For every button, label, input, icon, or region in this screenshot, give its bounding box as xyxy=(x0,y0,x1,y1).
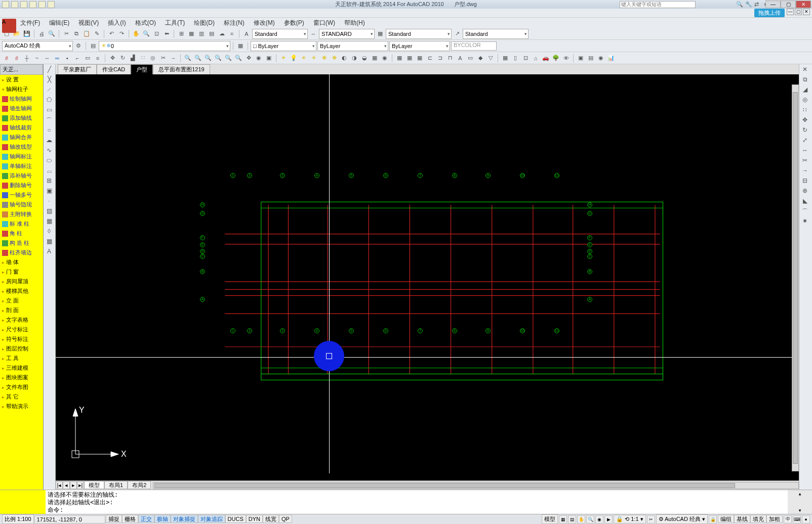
undo-arrow-icon[interactable]: ↶ xyxy=(107,29,116,38)
rotate-icon[interactable]: ↻ xyxy=(118,54,127,63)
panel-title[interactable]: 天正... xyxy=(0,64,43,75)
status-toggle-对象捕捉[interactable]: 对象捕捉 xyxy=(171,515,198,523)
spline-icon[interactable]: ∿ xyxy=(45,146,54,155)
grid-icon[interactable]: # xyxy=(2,54,11,63)
markup-icon[interactable]: ☁ xyxy=(217,29,226,38)
print-icon[interactable] xyxy=(48,1,55,8)
workspace-settings-icon[interactable]: ⚙ xyxy=(74,41,83,51)
bulb-icon[interactable]: 💡 xyxy=(289,54,298,63)
layout-next-icon[interactable]: ▸ xyxy=(70,482,77,489)
doc-minimize-button[interactable]: — xyxy=(787,9,794,15)
dim-style-icon[interactable]: ↔ xyxy=(309,29,318,38)
section-icon[interactable]: ⊡ xyxy=(521,54,530,63)
sun2-icon[interactable]: ☀ xyxy=(299,54,308,63)
chamfer-icon[interactable]: ◣ xyxy=(800,197,809,206)
mleader-style-icon[interactable]: ↗ xyxy=(453,29,462,38)
axis-tool-10[interactable]: 一轴多号 xyxy=(0,190,43,200)
axis-tool-5[interactable]: 轴改线型 xyxy=(0,142,43,152)
3d-icon[interactable]: ▣ xyxy=(264,54,273,63)
xline-icon[interactable]: ╳ xyxy=(45,75,54,84)
align3-icon[interactable]: ⊓ xyxy=(445,54,455,63)
save-icon[interactable] xyxy=(20,1,27,8)
keyboard-icon[interactable]: ⌨ xyxy=(793,515,801,523)
break-icon[interactable]: ⊟ xyxy=(800,177,809,186)
line-icon[interactable]: ╱ xyxy=(45,65,54,74)
doc-tab-3[interactable]: 总平面布置图1219 xyxy=(153,64,210,74)
fillet-icon[interactable]: ⌒ xyxy=(800,207,809,216)
ime-icon[interactable]: 中 xyxy=(784,515,792,523)
light-icon[interactable]: ◉ xyxy=(380,54,389,63)
render1-icon[interactable]: ◐ xyxy=(340,54,349,63)
panel-category-14[interactable]: 其 它 xyxy=(0,392,43,402)
menu-insert[interactable]: 插入(I) xyxy=(108,19,126,27)
menu-tools[interactable]: 工具(T) xyxy=(165,19,185,27)
menu-parametric[interactable]: 参数(P) xyxy=(284,19,304,27)
axis-tool-9[interactable]: 删除轴号 xyxy=(0,181,43,190)
menu-file[interactable]: 文件(F) xyxy=(20,19,40,27)
menu-dimension[interactable]: 标注(N) xyxy=(224,19,245,27)
layout-tab-1[interactable]: 布局1 xyxy=(104,481,128,489)
upload-button[interactable]: 拖拽上传 xyxy=(754,9,785,17)
table1-icon[interactable]: ▦ xyxy=(395,54,404,63)
sun3-icon[interactable]: ☀ xyxy=(309,54,318,63)
command-line[interactable]: 请选择不需要标注的轴线: 请选择起始轴线<退出>: 命令: ▴▾ xyxy=(0,490,812,514)
quickcalc-icon[interactable]: = xyxy=(227,29,236,38)
status-toggle-对象追踪[interactable]: 对象追踪 xyxy=(198,515,225,523)
panel-category-4[interactable]: 立 面 xyxy=(0,296,43,305)
status-toggle-线宽[interactable]: 线宽 xyxy=(263,515,279,523)
axis-tool-4[interactable]: 轴网合并 xyxy=(0,133,43,142)
annotation-scale[interactable]: 🔒 ⟲ 1:1 ▾ xyxy=(614,515,645,523)
offset2-icon[interactable]: ◎ xyxy=(800,96,809,105)
region-icon[interactable]: ◊ xyxy=(45,227,54,236)
key-icon[interactable]: 🔧 xyxy=(745,1,752,8)
new-icon[interactable] xyxy=(2,1,9,8)
app-logo-icon[interactable]: A xyxy=(2,19,16,33)
layer-states-icon[interactable]: ▦ xyxy=(236,41,245,51)
label-icon[interactable]: ▭ xyxy=(466,54,475,63)
mtext-icon[interactable]: A xyxy=(45,247,54,256)
material-icon[interactable]: ▦ xyxy=(370,54,379,63)
extend2-icon[interactable]: → xyxy=(800,166,809,176)
stretch-icon[interactable]: ↔ xyxy=(800,146,809,155)
zoom1-icon[interactable]: 🔍 xyxy=(183,54,192,63)
redo-icon[interactable] xyxy=(38,1,46,8)
navigate-icon[interactable]: ✥ xyxy=(244,54,253,63)
undo-icon[interactable] xyxy=(29,1,36,8)
tool-palettes-icon[interactable]: ▥ xyxy=(197,29,206,38)
status-showmotion-icon[interactable]: ▶ xyxy=(604,515,613,523)
panel-category-15[interactable]: 帮助演示 xyxy=(0,402,43,411)
rotate2-icon[interactable]: ↻ xyxy=(800,126,809,135)
status-toggle-DUCS[interactable]: DUCS xyxy=(225,515,246,523)
circle-icon[interactable]: ○ xyxy=(45,126,54,135)
axis-tool-12[interactable]: 主附转换 xyxy=(0,209,43,219)
lineweight-dropdown[interactable]: ByLayer xyxy=(389,41,450,51)
minimize-button[interactable]: — xyxy=(765,1,781,8)
properties-icon[interactable]: ⊞ xyxy=(177,29,186,38)
doc-tab-1[interactable]: 作业CAD xyxy=(97,64,131,74)
panel-section-0[interactable]: 设 置 xyxy=(0,75,43,84)
cut-icon[interactable]: ✂ xyxy=(62,29,71,38)
panel-category-5[interactable]: 剖 面 xyxy=(0,305,43,315)
eye-icon[interactable]: 👁 xyxy=(561,54,571,63)
sun4-icon[interactable]: ❋ xyxy=(319,54,329,63)
panel-category-1[interactable]: 门 窗 xyxy=(0,267,43,277)
binoculars-icon[interactable]: 🔍 xyxy=(736,1,743,8)
chart-icon[interactable]: 📊 xyxy=(606,54,616,63)
status-field-1[interactable]: 基线 xyxy=(734,515,750,523)
plan-icon[interactable]: ▦ xyxy=(501,54,510,63)
menu-edit[interactable]: 编辑(E) xyxy=(49,19,69,27)
axis-tool-1[interactable]: 墙生轴网 xyxy=(0,104,43,113)
trim-icon[interactable]: ✂ xyxy=(158,54,168,63)
gradient-icon[interactable]: ▦ xyxy=(45,217,54,226)
menu-window[interactable]: 窗口(W) xyxy=(313,19,335,27)
menu-view[interactable]: 视图(V) xyxy=(78,19,99,27)
axis-tool-0[interactable]: 绘制轴网 xyxy=(0,94,43,104)
workspace-dropdown[interactable]: AutoCAD 经典 xyxy=(2,41,73,51)
elev-icon[interactable]: ▯ xyxy=(511,54,520,63)
dim-h-icon[interactable]: ↔ xyxy=(43,54,52,63)
text-style-icon[interactable]: A xyxy=(242,29,251,38)
mirror-icon[interactable]: ▟ xyxy=(128,54,137,63)
vertical-scrollbar[interactable] xyxy=(792,84,799,471)
panel-category-11[interactable]: 三维建模 xyxy=(0,363,43,373)
door-icon[interactable]: ⌐ xyxy=(73,54,82,63)
